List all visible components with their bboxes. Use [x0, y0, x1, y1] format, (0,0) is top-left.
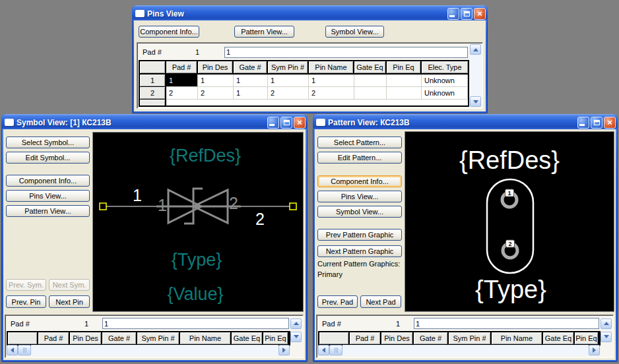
window-icon[interactable]: [135, 10, 145, 17]
pad-number-input[interactable]: [414, 318, 599, 329]
corner-header-cell[interactable]: [319, 332, 350, 346]
cell-gate-eq[interactable]: [354, 87, 387, 100]
scrollbar-track[interactable]: [342, 345, 589, 355]
horizontal-scrollbar[interactable]: [318, 345, 612, 356]
select-pattern-button[interactable]: Select Pattern...: [317, 136, 402, 148]
maximize-button[interactable]: [280, 117, 292, 129]
next-pin-button[interactable]: Next Pin: [49, 295, 90, 308]
component-info-button[interactable]: Component Info...: [6, 175, 90, 187]
cell-elec-type[interactable]: Unknown: [422, 75, 468, 87]
horizontal-scrollbar[interactable]: [7, 345, 302, 356]
window-icon[interactable]: [316, 119, 325, 126]
pin2-endpoint[interactable]: [290, 203, 296, 210]
next-sym-button[interactable]: Next Sym.: [49, 279, 90, 291]
prev-sym-button[interactable]: Prev. Sym.: [6, 279, 46, 291]
header-gate[interactable]: Gate #: [414, 332, 449, 346]
close-button[interactable]: ×: [294, 117, 306, 129]
header-gate-eq[interactable]: Gate Eq: [232, 332, 263, 346]
minimize-button[interactable]: [577, 117, 589, 129]
header-sym-pin[interactable]: Sym Pin #: [449, 332, 492, 346]
cell-sym-pin[interactable]: 1: [268, 75, 309, 87]
scrollbar-thumb[interactable]: [18, 345, 31, 355]
cell-gate[interactable]: 1: [234, 75, 268, 87]
scroll-right-button[interactable]: [278, 345, 290, 355]
prev-pad-button[interactable]: Prev. Pad: [317, 295, 358, 308]
header-gate-eq[interactable]: Gate Eq: [354, 61, 387, 75]
header-sym-pin[interactable]: Sym Pin #: [137, 332, 180, 346]
row-header[interactable]: 2: [140, 87, 166, 100]
cell-pin-eq[interactable]: [387, 87, 422, 100]
header-pin-des[interactable]: Pin Des: [70, 332, 102, 346]
scroll-down-button[interactable]: [601, 332, 612, 342]
next-pad-button[interactable]: Next Pad: [360, 295, 401, 308]
cell-pad-selected[interactable]: 1: [166, 75, 198, 87]
minimize-button[interactable]: [447, 8, 459, 20]
prev-pattern-graphic-button[interactable]: Prev Pattern Graphic: [317, 229, 402, 241]
symbol-view-button[interactable]: Symbol View...: [325, 26, 384, 38]
header-pin-des[interactable]: Pin Des: [198, 61, 234, 75]
header-gate[interactable]: Gate #: [234, 61, 268, 75]
scrollbar-track[interactable]: [470, 55, 481, 96]
header-pin-eq[interactable]: Pin Eq: [575, 332, 599, 346]
scroll-up-button[interactable]: [290, 318, 302, 329]
header-pin-name[interactable]: Pin Name: [492, 332, 543, 346]
row-header[interactable]: 1: [140, 75, 166, 87]
pins-view-titlebar[interactable]: Pins View ×: [132, 5, 488, 20]
close-button[interactable]: ×: [604, 117, 616, 129]
cell-pin-name[interactable]: 1: [309, 75, 354, 87]
cell-pin-des[interactable]: 1: [198, 75, 234, 87]
cell-sym-pin[interactable]: 2: [268, 87, 309, 100]
component-info-button[interactable]: Component Info...: [139, 26, 199, 38]
corner-header-cell[interactable]: [8, 332, 38, 346]
pad-number-input[interactable]: [102, 318, 289, 329]
header-elec-type[interactable]: Elec. Type: [422, 61, 468, 75]
header-pad[interactable]: Pad #: [350, 332, 381, 346]
maximize-button[interactable]: [591, 117, 603, 129]
edit-symbol-button[interactable]: Edit Symbol...: [6, 152, 90, 164]
next-pattern-graphic-button[interactable]: Next Pattern Graphic: [317, 245, 402, 257]
cell-gate[interactable]: 1: [234, 87, 268, 100]
scroll-down-button[interactable]: [290, 332, 302, 342]
header-pin-name[interactable]: Pin Name: [309, 61, 354, 75]
cell-pin-des[interactable]: 2: [198, 87, 234, 100]
header-pin-name[interactable]: Pin Name: [180, 332, 232, 346]
pins-view-button[interactable]: Pins View...: [317, 191, 402, 202]
scrollbar-track[interactable]: [31, 345, 278, 355]
pins-view-button[interactable]: Pins View...: [6, 190, 90, 202]
window-icon[interactable]: [5, 119, 14, 126]
header-sym-pin[interactable]: Sym Pin #: [268, 61, 309, 75]
scroll-up-button[interactable]: [470, 44, 481, 55]
select-symbol-button[interactable]: Select Symbol...: [6, 136, 90, 148]
corner-header-cell[interactable]: [140, 61, 166, 75]
scroll-left-button[interactable]: [7, 345, 18, 355]
close-button[interactable]: ×: [474, 8, 486, 20]
header-pin-eq[interactable]: Pin Eq: [263, 332, 289, 346]
cell-pin-name[interactable]: 2: [309, 87, 354, 100]
cell-pad[interactable]: 2: [166, 87, 198, 100]
header-pad[interactable]: Pad #: [38, 332, 70, 346]
symbol-view-titlebar[interactable]: Symbol View: [1] КС213В ×: [1, 114, 308, 129]
header-pin-des[interactable]: Pin Des: [381, 332, 414, 346]
edit-pattern-button[interactable]: Edit Pattern...: [317, 152, 402, 164]
cell-elec-type[interactable]: Unknown: [422, 87, 468, 100]
prev-pin-button[interactable]: Prev. Pin: [6, 295, 46, 308]
pattern-view-button[interactable]: Pattern View...: [6, 205, 90, 217]
scroll-right-button[interactable]: [589, 345, 600, 355]
component-info-button[interactable]: Component Info...: [317, 175, 402, 187]
scroll-up-button[interactable]: [601, 318, 612, 329]
scroll-down-button[interactable]: [470, 96, 481, 107]
scrollbar-thumb[interactable]: [329, 345, 342, 355]
symbol-view-button[interactable]: Symbol View...: [317, 206, 402, 218]
header-gate[interactable]: Gate #: [102, 332, 137, 346]
pin1-endpoint[interactable]: [100, 203, 106, 210]
pattern-view-button[interactable]: Pattern View...: [234, 26, 294, 38]
scroll-left-button[interactable]: [318, 345, 329, 355]
row-header-empty[interactable]: [140, 100, 166, 107]
pattern-view-titlebar[interactable]: Pattern View: КС213В ×: [313, 114, 618, 129]
symbol-canvas[interactable]: {RefDes} 1 1 2 2 {Type} {Value}: [92, 132, 304, 312]
pattern-canvas[interactable]: {RefDes} 1 2 {Type}: [405, 131, 614, 312]
maximize-button[interactable]: [461, 8, 472, 20]
header-pad[interactable]: Pad #: [166, 61, 198, 75]
cell-gate-eq[interactable]: [354, 75, 387, 87]
minimize-button[interactable]: [267, 117, 279, 129]
